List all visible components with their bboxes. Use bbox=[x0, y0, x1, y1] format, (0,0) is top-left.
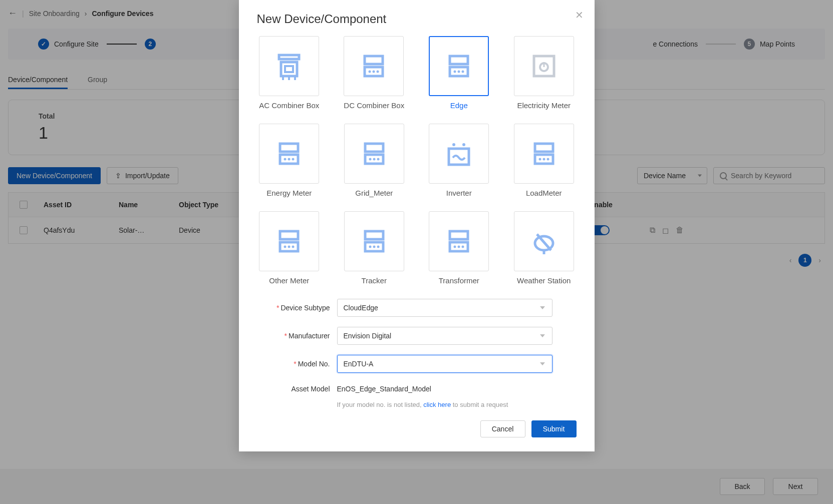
close-icon[interactable]: ✕ bbox=[575, 9, 584, 21]
manufacturer-select[interactable]: Envision Digital bbox=[337, 327, 552, 345]
device-type-label: Electricity Meter bbox=[514, 101, 574, 110]
device-type-transformer[interactable]: Transformer bbox=[429, 211, 489, 285]
transformer-icon bbox=[429, 211, 489, 271]
svg-point-46 bbox=[377, 246, 379, 248]
svg-rect-37 bbox=[280, 231, 298, 239]
svg-point-23 bbox=[292, 158, 295, 161]
svg-point-50 bbox=[458, 246, 460, 248]
device-type-label: Transformer bbox=[429, 276, 489, 285]
svg-point-14 bbox=[458, 71, 460, 73]
modal-title: New Device/Component bbox=[257, 12, 577, 26]
svg-point-36 bbox=[546, 158, 549, 161]
device-type-label: Inverter bbox=[429, 189, 489, 197]
device-type-weather-station[interactable]: Weather Station bbox=[514, 211, 574, 285]
weather-station-icon bbox=[514, 211, 574, 271]
device-type-grid: AC Combiner BoxDC Combiner BoxEdgeElectr… bbox=[257, 36, 577, 285]
device-type-inverter[interactable]: Inverter bbox=[429, 124, 489, 197]
svg-point-51 bbox=[462, 246, 464, 248]
device-type-label: Weather Station bbox=[514, 276, 574, 285]
electricity-meter-icon bbox=[514, 36, 574, 96]
svg-point-21 bbox=[284, 158, 287, 161]
device-type-label: LoadMeter bbox=[514, 189, 574, 197]
svg-point-13 bbox=[454, 71, 456, 73]
ac-combiner-icon bbox=[259, 36, 319, 96]
model-hint: If your model no. is not listed, click h… bbox=[337, 401, 577, 408]
load-meter-icon bbox=[514, 124, 574, 184]
svg-point-34 bbox=[538, 158, 541, 161]
svg-point-29 bbox=[452, 143, 455, 146]
svg-point-30 bbox=[462, 143, 465, 146]
svg-rect-47 bbox=[450, 231, 468, 239]
svg-point-10 bbox=[377, 71, 379, 73]
svg-rect-1 bbox=[281, 62, 297, 76]
device-subtype-select[interactable]: CloudEdge bbox=[337, 299, 552, 317]
svg-point-27 bbox=[373, 158, 375, 161]
svg-rect-42 bbox=[365, 231, 383, 239]
svg-rect-6 bbox=[365, 56, 383, 64]
click-here-link[interactable]: click here bbox=[423, 401, 451, 408]
svg-rect-32 bbox=[535, 144, 553, 152]
svg-point-44 bbox=[369, 246, 371, 248]
inverter-icon bbox=[429, 124, 489, 184]
svg-point-40 bbox=[288, 246, 291, 248]
cancel-button[interactable]: Cancel bbox=[480, 420, 525, 437]
device-type-label: Energy Meter bbox=[259, 189, 319, 197]
svg-point-26 bbox=[369, 158, 371, 161]
device-type-electricity-meter[interactable]: Electricity Meter bbox=[514, 36, 574, 110]
device-type-other-meter[interactable]: Other Meter bbox=[259, 211, 319, 285]
device-type-load-meter[interactable]: LoadMeter bbox=[514, 124, 574, 197]
svg-rect-2 bbox=[285, 66, 293, 72]
svg-point-41 bbox=[292, 246, 295, 248]
svg-rect-24 bbox=[365, 144, 383, 152]
device-type-grid-meter[interactable]: Grid_Meter bbox=[344, 124, 404, 197]
device-type-edge[interactable]: Edge bbox=[429, 36, 489, 110]
svg-point-28 bbox=[377, 158, 379, 161]
svg-point-35 bbox=[542, 158, 545, 161]
model-no-select[interactable]: EnDTU-A bbox=[337, 355, 552, 373]
other-meter-icon bbox=[259, 211, 319, 271]
svg-point-39 bbox=[284, 246, 287, 248]
dc-combiner-icon bbox=[344, 36, 404, 96]
device-type-label: Grid_Meter bbox=[344, 189, 404, 197]
new-device-modal: ✕ New Device/Component AC Combiner BoxDC… bbox=[239, 0, 595, 451]
svg-point-22 bbox=[288, 158, 291, 161]
svg-rect-11 bbox=[450, 56, 468, 64]
tracker-icon bbox=[344, 211, 404, 271]
submit-button[interactable]: Submit bbox=[531, 420, 577, 437]
device-type-ac-combiner[interactable]: AC Combiner Box bbox=[259, 36, 319, 110]
svg-point-15 bbox=[462, 71, 464, 73]
edge-icon bbox=[429, 36, 489, 96]
label-model-no: *Model No. bbox=[257, 360, 337, 368]
energy-meter-icon bbox=[259, 124, 319, 184]
device-type-dc-combiner[interactable]: DC Combiner Box bbox=[344, 36, 404, 110]
device-type-label: Other Meter bbox=[259, 276, 319, 285]
device-type-tracker[interactable]: Tracker bbox=[344, 211, 404, 285]
svg-point-49 bbox=[454, 246, 456, 248]
label-asset-model: Asset Model bbox=[257, 385, 337, 393]
svg-point-8 bbox=[369, 71, 371, 73]
label-device-subtype: *Device Subtype bbox=[257, 304, 337, 312]
svg-rect-19 bbox=[280, 144, 298, 152]
grid-meter-icon bbox=[344, 124, 404, 184]
asset-model-value: EnOS_Edge_Standard_Model bbox=[337, 383, 431, 395]
label-manufacturer: *Manufacturer bbox=[257, 332, 337, 340]
svg-point-45 bbox=[373, 246, 375, 248]
device-type-label: Edge bbox=[429, 101, 489, 110]
svg-rect-0 bbox=[279, 55, 299, 59]
device-type-label: DC Combiner Box bbox=[344, 101, 404, 110]
device-type-energy-meter[interactable]: Energy Meter bbox=[259, 124, 319, 197]
svg-point-9 bbox=[373, 71, 375, 73]
device-type-label: AC Combiner Box bbox=[259, 101, 319, 110]
device-type-label: Tracker bbox=[344, 276, 404, 285]
